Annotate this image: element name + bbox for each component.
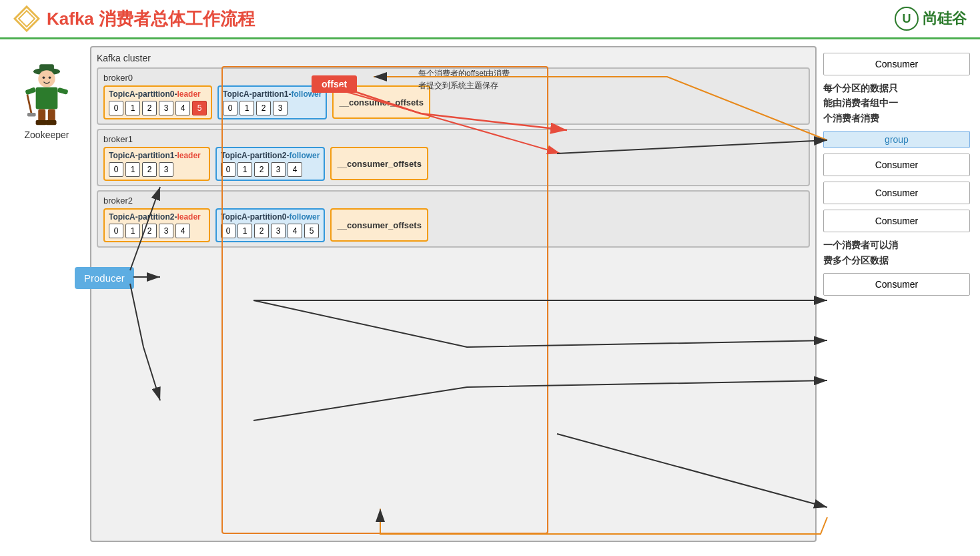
- main-content: Zookeeper Kafka cluster broker0 TopicA-p…: [0, 39, 980, 549]
- svg-rect-11: [57, 87, 69, 95]
- f-num-3: 3: [273, 101, 288, 115]
- b1f-num-4: 4: [288, 162, 302, 177]
- f-num-2: 2: [256, 101, 271, 115]
- producer-box: Producer: [75, 267, 134, 289]
- broker0-leader-nums: 0 1 2 3 4 5: [109, 101, 207, 115]
- svg-rect-13: [27, 113, 36, 116]
- broker2-leader: TopicA-partition2-leader 0 1 2 3 4: [103, 208, 210, 242]
- offset-annotation: 每个消费者的offset由消费者提交到系统主题保存: [418, 67, 510, 91]
- svg-point-8: [49, 76, 51, 79]
- num-2: 2: [142, 101, 157, 115]
- consumer-group-1: Consumer: [823, 154, 970, 176]
- broker1-label: broker1: [103, 134, 803, 144]
- group-box: group: [823, 131, 970, 148]
- svg-rect-10: [25, 87, 36, 95]
- brand-name: 尚硅谷: [923, 9, 967, 29]
- note1: 每个分区的数据只能由消费者组中一个消费者消费: [823, 81, 970, 125]
- svg-rect-9: [36, 87, 58, 109]
- b2f-num-5: 5: [304, 224, 319, 238]
- broker0-leader-label: TopicA-partition0-leader: [109, 89, 207, 99]
- svg-text:U: U: [903, 12, 911, 25]
- num-0: 0: [109, 101, 123, 115]
- broker1-offsets: __consumer_offsets: [330, 147, 428, 180]
- consumer-group-3: Consumer: [823, 210, 970, 232]
- zookeeper-label: Zookeeper: [25, 129, 69, 140]
- kafka-cluster: Kafka cluster broker0 TopicA-partition0-…: [90, 46, 817, 542]
- note2: 一个消费者可以消费多个分区数据: [823, 238, 970, 268]
- zookeeper-section: Zookeeper: [10, 46, 83, 542]
- b2f-num-0: 0: [221, 224, 235, 238]
- svg-rect-16: [36, 120, 47, 125]
- page-header: Kafka 消费者总体工作流程 U 尚硅谷: [0, 0, 980, 39]
- broker2-follower: TopicA-partition0-follower 0 1 2 3 4 5: [215, 208, 325, 242]
- b2f-num-4: 4: [288, 224, 302, 238]
- zookeeper-figure-icon: [20, 59, 73, 126]
- broker0-leader: TopicA-partition0-leader 0 1 2 3 4 5: [103, 85, 212, 119]
- brand-icon: U: [895, 7, 919, 31]
- svg-point-6: [38, 70, 55, 87]
- broker2-label: broker2: [103, 196, 803, 206]
- b1f-num-1: 1: [237, 162, 252, 177]
- broker1: broker1 TopicA-partition1-leader 0 1 2 3: [97, 129, 810, 186]
- b1-num-3: 3: [159, 162, 173, 177]
- b1f-num-0: 0: [221, 162, 235, 177]
- f-num-0: 0: [223, 101, 237, 115]
- b2f-num-3: 3: [271, 224, 286, 238]
- brand-logo: U 尚硅谷: [895, 7, 967, 31]
- broker2-leader-label: TopicA-partition2-leader: [109, 212, 205, 222]
- page-title: Kafka 消费者总体工作流程: [47, 7, 255, 31]
- broker1-leader-label: TopicA-partition1-leader: [109, 151, 205, 160]
- broker2-offsets: __consumer_offsets: [330, 208, 428, 242]
- b2f-num-1: 1: [237, 224, 252, 238]
- num-1: 1: [125, 101, 140, 115]
- b2-num-4: 4: [175, 224, 190, 238]
- broker1-leader: TopicA-partition1-leader 0 1 2 3: [103, 147, 210, 181]
- logo-diamond-icon: [13, 5, 40, 32]
- broker1-follower: TopicA-partition2-follower 0 1 2 3 4: [215, 147, 325, 181]
- b2-num-2: 2: [142, 224, 157, 238]
- b2-num-1: 1: [125, 224, 140, 238]
- consumer-group-2: Consumer: [823, 182, 970, 204]
- b1-num-1: 1: [125, 162, 140, 177]
- b1f-num-3: 3: [271, 162, 286, 177]
- b1-num-0: 0: [109, 162, 123, 177]
- broker1-inner: TopicA-partition1-leader 0 1 2 3 TopicA-…: [103, 147, 803, 181]
- num-5-red: 5: [192, 101, 207, 115]
- broker2-follower-label: TopicA-partition0-follower: [221, 212, 320, 222]
- svg-line-12: [27, 95, 31, 114]
- num-4: 4: [175, 101, 190, 115]
- broker2: broker2 TopicA-partition2-leader 0 1 2 3…: [97, 190, 810, 248]
- broker1-follower-label: TopicA-partition2-follower: [221, 151, 320, 160]
- num-3: 3: [159, 101, 173, 115]
- b2f-num-2: 2: [254, 224, 269, 238]
- broker0-follower-nums: 0 1 2 3: [223, 101, 322, 115]
- b1-num-2: 2: [142, 162, 157, 177]
- broker0-follower: TopicA-partition1-follower 0 1 2 3: [217, 85, 327, 119]
- broker2-leader-nums: 0 1 2 3 4: [109, 224, 205, 238]
- kafka-cluster-label: Kafka cluster: [97, 53, 810, 63]
- b2-num-0: 0: [109, 224, 123, 238]
- b2-num-3: 3: [159, 224, 173, 238]
- right-section: Consumer 每个分区的数据只能由消费者组中一个消费者消费 group Co…: [823, 46, 970, 542]
- offset-box: offset: [312, 75, 357, 93]
- svg-rect-17: [45, 120, 56, 125]
- f-num-1: 1: [239, 101, 254, 115]
- svg-point-7: [43, 76, 45, 79]
- b1f-num-2: 2: [254, 162, 269, 177]
- consumer-bottom: Consumer: [823, 273, 970, 296]
- broker2-follower-nums: 0 1 2 3 4 5: [221, 224, 320, 238]
- header-left: Kafka 消费者总体工作流程: [13, 5, 255, 32]
- broker2-inner: TopicA-partition2-leader 0 1 2 3 4 Topic…: [103, 208, 803, 242]
- broker1-follower-nums: 0 1 2 3 4: [221, 162, 320, 177]
- broker1-leader-nums: 0 1 2 3: [109, 162, 205, 177]
- consumer-top: Consumer: [823, 53, 970, 75]
- broker0-follower-label: TopicA-partition1-follower: [223, 89, 322, 99]
